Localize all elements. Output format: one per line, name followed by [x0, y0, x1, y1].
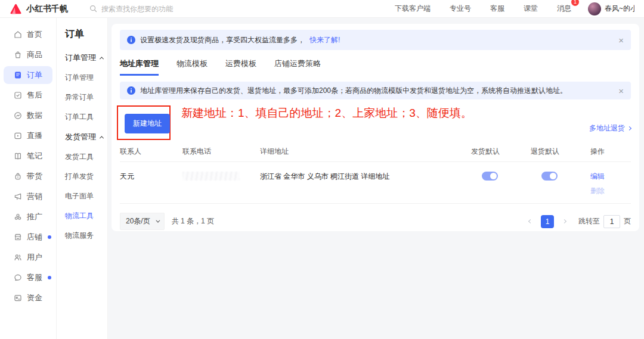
- sidebar-item-marketing[interactable]: 营销: [4, 188, 52, 206]
- message-badge: 1: [571, 0, 579, 6]
- return-default-toggle[interactable]: [541, 172, 558, 181]
- data-icon: [13, 111, 23, 120]
- sidebar-item-service[interactable]: 客服: [4, 269, 52, 287]
- col-phone: 联系电话: [182, 147, 260, 157]
- user-profile[interactable]: 春风~的小: [588, 2, 634, 15]
- submenu-group-order-management[interactable]: 订单管理: [65, 52, 107, 63]
- sidebar-item-selling[interactable]: 带货: [4, 167, 52, 185]
- prev-page-button[interactable]: [527, 217, 534, 225]
- submenu-item-order-management[interactable]: 订单管理: [65, 73, 107, 83]
- tab-address-library[interactable]: 地址库管理: [120, 58, 159, 76]
- close-icon[interactable]: ×: [618, 36, 624, 45]
- megaphone-icon: [13, 192, 23, 201]
- cell-contact: 天元: [120, 172, 182, 182]
- global-search: [89, 5, 286, 13]
- sidebar-item-notes[interactable]: 笔记: [4, 147, 52, 165]
- nav-customer-service[interactable]: 客服: [490, 4, 504, 14]
- sidebar-item-home[interactable]: 首页: [4, 26, 52, 43]
- sidebar-label: 带货: [27, 171, 42, 182]
- sidebar-label: 店铺: [27, 232, 42, 242]
- cell-ship-default: [471, 172, 531, 182]
- users-icon: [13, 253, 23, 262]
- sidebar-label: 资金: [27, 293, 42, 303]
- chevron-right-icon: [627, 126, 631, 130]
- submenu-item-e-waybill[interactable]: 电子面单: [65, 191, 107, 201]
- promo-banner-link[interactable]: 快来了解!: [309, 35, 340, 45]
- primary-sidebar: 首页 商品 订单 售后 数据 直播 笔记 带货 营销 推广 店铺: [0, 18, 57, 339]
- sidebar-item-promotion[interactable]: 推广: [4, 208, 52, 226]
- chat-bubble-icon: [13, 273, 23, 282]
- tab-bar: 地址库管理 物流模板 运费模板 店铺运费策略: [120, 58, 631, 76]
- next-page-button[interactable]: [561, 217, 568, 225]
- pagination: 20条/页 共 1 条，1 页 1 跳转至 页: [120, 213, 631, 230]
- home-icon: [13, 30, 23, 39]
- content-card: 设置极速发货及现货商品，享受四大权益流量多多， 快来了解! × 地址库管理 物流…: [112, 24, 639, 231]
- nav-messages-label: 消息: [557, 4, 571, 13]
- sidebar-label: 数据: [27, 110, 42, 121]
- cell-address: 浙江省 金华市 义乌市 稠江街道 详细地址: [260, 172, 471, 182]
- tab-shop-freight-strategy[interactable]: 店铺运费策略: [274, 58, 321, 76]
- col-address: 详细地址: [260, 147, 471, 157]
- tab-freight-template[interactable]: 运费模板: [225, 58, 256, 76]
- submenu-item-print-ship[interactable]: 打单发货: [65, 172, 107, 182]
- info-icon: [127, 86, 135, 95]
- page-size-select[interactable]: 20条/页: [120, 213, 165, 230]
- sidebar-label: 客服: [27, 272, 42, 283]
- pagination-controls: 1 跳转至 页: [527, 215, 631, 228]
- col-contact: 联系人: [120, 147, 182, 157]
- aftersale-icon: [13, 91, 23, 100]
- current-page-button[interactable]: 1: [541, 215, 554, 228]
- sidebar-label: 商品: [27, 49, 42, 60]
- submenu-item-order-tools[interactable]: 订单工具: [65, 112, 107, 122]
- chevron-up-icon: [100, 57, 104, 61]
- annotation-text: 新建地址：1、填自己的地址；2、上家地址；3、随便填。: [181, 105, 472, 121]
- sidebar-item-aftersale[interactable]: 售后: [4, 86, 52, 104]
- multi-address-return-link[interactable]: 多地址退货: [589, 123, 631, 133]
- nav-messages[interactable]: 消息 1: [557, 4, 571, 14]
- sidebar-item-orders[interactable]: 订单: [4, 66, 52, 84]
- new-address-button[interactable]: 新建地址: [125, 114, 170, 133]
- logo-text: 小红书千帆: [26, 4, 68, 14]
- sidebar-item-users[interactable]: 用户: [4, 248, 52, 266]
- col-return-default: 退货默认: [531, 147, 590, 157]
- submenu-item-shipping-tools[interactable]: 发货工具: [65, 152, 107, 162]
- submenu-group-shipping-management[interactable]: 发货管理: [65, 132, 107, 142]
- goods-icon: [13, 50, 23, 60]
- tab-logistics-template[interactable]: 物流模板: [177, 58, 208, 76]
- logo-icon: [10, 3, 22, 15]
- action-row: 新建地址 新建地址：1、填自己的地址；2、上家地址；3、随便填。 多地址退货: [120, 107, 631, 142]
- col-ship-default: 发货默认: [471, 147, 531, 157]
- sidebar-item-funds[interactable]: 资金: [4, 289, 52, 307]
- cell-phone-redacted: [182, 172, 260, 182]
- delete-link[interactable]: 删除: [590, 186, 631, 196]
- promo-banner: 设置极速发货及现货商品，享受四大权益流量多多， 快来了解! ×: [120, 30, 631, 50]
- sidebar-label: 推广: [27, 212, 42, 222]
- jump-label: 跳转至: [578, 216, 600, 226]
- app-logo[interactable]: 小红书千帆: [10, 3, 68, 15]
- phone-redaction-smudge: [182, 172, 240, 181]
- sidebar-item-live[interactable]: 直播: [4, 127, 52, 145]
- edit-link[interactable]: 编辑: [590, 172, 631, 182]
- col-actions: 操作: [590, 147, 631, 157]
- search-input[interactable]: [101, 5, 286, 13]
- sidebar-item-shop[interactable]: 店铺: [4, 228, 52, 246]
- close-icon[interactable]: ×: [618, 86, 624, 95]
- ship-default-toggle[interactable]: [482, 172, 498, 181]
- submenu-item-logistics-service[interactable]: 物流服务: [65, 231, 107, 241]
- nav-classroom[interactable]: 课堂: [524, 4, 538, 14]
- nav-download-client[interactable]: 下载客户端: [395, 4, 431, 14]
- nav-professional-account[interactable]: 专业号: [450, 4, 471, 14]
- submenu-item-abnormal-orders[interactable]: 异常订单: [65, 92, 107, 102]
- sidebar-label: 笔记: [27, 151, 42, 161]
- submenu-group-label: 订单管理: [65, 52, 96, 63]
- info-banner-text: 地址库管理用来保存自己的发货、退货地址，最多可添加200条；若商品的物流模版中发…: [140, 86, 567, 96]
- sidebar-item-data[interactable]: 数据: [4, 107, 52, 125]
- jump-page-input[interactable]: [603, 215, 620, 228]
- sidebar-item-goods[interactable]: 商品: [4, 46, 52, 64]
- submenu-item-logistics-tools[interactable]: 物流工具: [65, 211, 107, 221]
- sidebar-label: 订单: [27, 70, 42, 80]
- storefront-icon: [13, 232, 23, 242]
- top-bar: 小红书千帆 下载客户端 专业号 客服 课堂 消息 1 春风~的小: [0, 0, 644, 18]
- main-area: 设置极速发货及现货商品，享受四大权益流量多多， 快来了解! × 地址库管理 物流…: [108, 18, 644, 339]
- submenu-title: 订单: [65, 28, 107, 41]
